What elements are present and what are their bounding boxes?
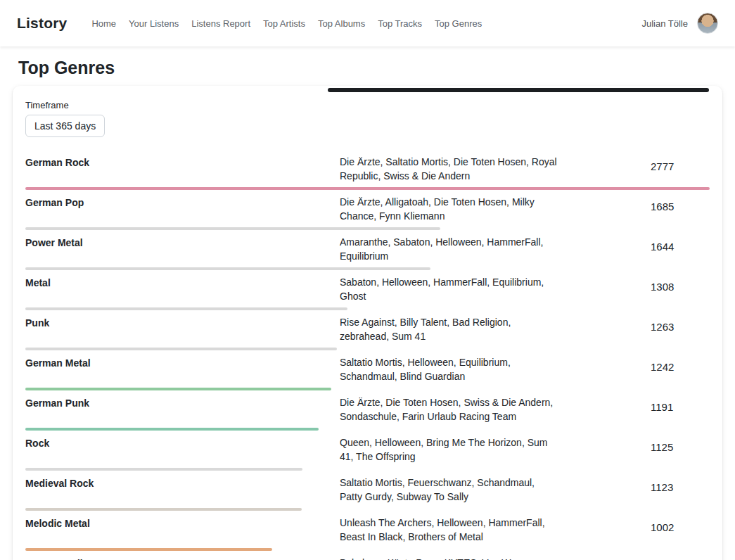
nav-item-home[interactable]: Home [85, 18, 122, 29]
nav-item-top-tracks[interactable]: Top Tracks [371, 18, 428, 29]
user-area: Julian Tölle [641, 13, 718, 34]
main-nav: HomeYour ListensListens ReportTop Artist… [85, 18, 641, 29]
nav-item-top-artists[interactable]: Top Artists [257, 18, 312, 29]
genre-row: German RockDie Ärzte, Saltatio Mortis, D… [25, 155, 710, 190]
top-genres-card: Timeframe Last 365 days German RockDie Ä… [13, 86, 722, 560]
app-logo[interactable]: Listory [17, 15, 67, 32]
genre-name: German Metal [25, 355, 340, 370]
genre-count: 1002 [651, 521, 710, 539]
user-avatar[interactable] [697, 13, 718, 34]
genre-artists: Sabaton, Helloween, HammerFall, Equilibr… [340, 275, 558, 303]
genre-count: 1685 [651, 201, 710, 218]
timeframe-control: Timeframe Last 365 days [25, 100, 710, 137]
genre-artists: Die Ärzte, Die Toten Hosen, Swiss & Die … [340, 395, 558, 424]
genre-progress-bar [25, 227, 440, 230]
genre-name: Melodic Metal [25, 516, 340, 530]
genre-name: German Rock [25, 155, 340, 170]
genre-row: German MetalSaltatio Mortis, Helloween, … [25, 355, 710, 390]
genre-row: Medieval RockSaltatio Mortis, Feuerschwa… [25, 476, 710, 511]
genre-artists: Amaranthe, Sabaton, Helloween, HammerFal… [340, 235, 558, 263]
top-navbar: Listory HomeYour ListensListens ReportTo… [0, 0, 735, 46]
genre-progress-bar [25, 267, 430, 270]
genre-row: German IndieBukahara, Käptn Peng, KYTES,… [25, 556, 710, 560]
genre-row: Power MetalAmaranthe, Sabaton, Helloween… [25, 235, 710, 270]
genre-artists: Die Ärzte, Alligatoah, Die Toten Hosen, … [340, 195, 558, 223]
genre-name: Punk [25, 315, 340, 330]
genre-row: MetalSabaton, Helloween, HammerFall, Equ… [25, 275, 710, 310]
genre-progress-bar [25, 348, 337, 350]
nav-item-top-genres[interactable]: Top Genres [428, 18, 488, 29]
genre-row: German PunkDie Ärzte, Die Toten Hosen, S… [25, 395, 710, 431]
genre-row: RockQueen, Helloween, Bring Me The Horiz… [25, 435, 710, 471]
genre-artists: Rise Against, Billy Talent, Bad Religion… [340, 315, 558, 343]
user-name[interactable]: Julian Tölle [641, 18, 688, 29]
genre-progress-bar [25, 307, 347, 310]
genre-name: Metal [25, 275, 340, 290]
genre-count: 1123 [651, 481, 710, 499]
genre-count: 1263 [651, 321, 710, 338]
genre-artists: Bukahara, Käptn Peng, KYTES, Von Wegen L… [340, 556, 558, 560]
genre-artists: Saltatio Mortis, Helloween, Equilibrium,… [340, 355, 558, 383]
page-content: Top Genres Timeframe Last 365 days Germa… [0, 58, 735, 560]
genre-row: German PopDie Ärzte, Alligatoah, Die Tot… [25, 195, 710, 230]
nav-item-your-listens[interactable]: Your Listens [122, 18, 185, 29]
genre-artists: Queen, Helloween, Bring Me The Horizon, … [340, 435, 558, 464]
genre-name: German Indie [25, 556, 340, 560]
genre-name: German Pop [25, 195, 340, 210]
page-title: Top Genres [18, 58, 722, 78]
genre-count: 1125 [651, 441, 710, 459]
genre-name: Power Metal [25, 235, 340, 250]
genre-progress-bar [25, 187, 710, 190]
timeframe-select[interactable]: Last 365 days [25, 115, 105, 137]
genre-row: Melodic MetalUnleash The Archers, Hellow… [25, 516, 710, 551]
horizontal-scrollbar-thumb[interactable] [328, 88, 709, 92]
genre-count: 1242 [651, 361, 710, 378]
genre-count: 1191 [651, 401, 710, 419]
genre-artists: Saltatio Mortis, Feuerschwanz, Schandmau… [340, 476, 558, 504]
genre-count: 1308 [651, 281, 710, 298]
genre-progress-bar [25, 388, 331, 390]
nav-item-top-albums[interactable]: Top Albums [312, 18, 371, 29]
genre-row: PunkRise Against, Billy Talent, Bad Reli… [25, 315, 710, 350]
genre-artists: Die Ärzte, Saltatio Mortis, Die Toten Ho… [340, 155, 558, 183]
genre-progress-bar [25, 468, 302, 471]
genre-name: Medieval Rock [25, 476, 340, 490]
genre-progress-bar [25, 428, 319, 431]
timeframe-label: Timeframe [25, 100, 710, 110]
genre-count: 2777 [651, 160, 710, 178]
genre-table: German RockDie Ärzte, Saltatio Mortis, D… [25, 155, 710, 560]
genre-progress-bar [25, 548, 272, 551]
genre-name: German Punk [25, 395, 340, 410]
genre-name: Rock [25, 435, 340, 450]
genre-count: 1644 [651, 241, 710, 258]
genre-progress-bar [25, 508, 302, 511]
genre-artists: Unleash The Archers, Helloween, HammerFa… [340, 516, 558, 544]
nav-item-listens-report[interactable]: Listens Report [185, 18, 257, 29]
